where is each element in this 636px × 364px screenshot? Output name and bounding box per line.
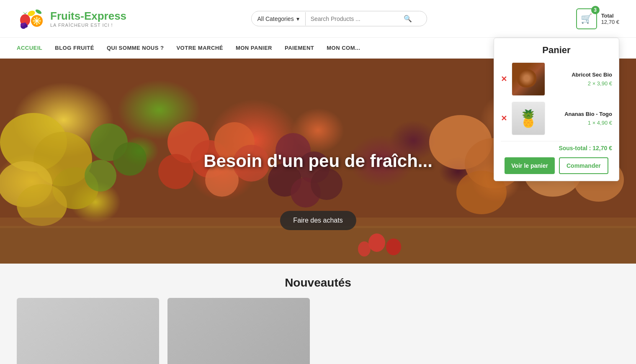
cart-item-2-name: Ananas Bio - Togo (549, 111, 612, 118)
cart-item-1-price: 2 × 3,90 € (549, 80, 612, 87)
commander-button[interactable]: Commander (559, 157, 608, 174)
cart-item-2-price: 1 × 4,90 € (549, 120, 612, 126)
subtotal-label: Sous-total : (559, 145, 591, 151)
subtotal-value: 12,70 € (592, 145, 612, 151)
voir-panier-button[interactable]: Voir le panier (505, 157, 555, 174)
nav-item-paiement[interactable]: PAIEMENT (285, 45, 314, 51)
svg-point-43 (386, 238, 401, 255)
cart-item-1-info: Abricot Sec Bio 2 × 3,90 € (549, 72, 612, 87)
svg-point-24 (158, 154, 193, 189)
hero-button-wrap: Faire des achats (280, 211, 356, 230)
logo-text-group: Fruits-Express LA FRAÎCHEUR EST ICI ! (50, 10, 126, 28)
search-icon: 🔍 (404, 15, 412, 22)
nav-item-blog[interactable]: BLOG FRUITÉ (55, 45, 94, 51)
nouveautes-section: Nouveautés (0, 264, 636, 364)
ananas-image: 🍍 (512, 102, 545, 135)
category-label: All Categories (257, 15, 294, 22)
cart-actions: Voir le panier Commander (501, 157, 612, 174)
chevron-down-icon: ▾ (296, 15, 299, 22)
cart-item-2: ✕ 🍍 Ananas Bio - Togo 1 × 4,90 € (501, 102, 612, 135)
cart-divider (501, 141, 612, 141)
cart-dropdown: Panier ✕ Abricot Sec Bio 2 × 3,90 € ✕ 🍍 … (494, 38, 619, 181)
product-card-2[interactable] (167, 298, 310, 364)
shop-button[interactable]: Faire des achats (280, 211, 356, 230)
brand-name: Fruits-Express (50, 10, 126, 23)
svg-point-32 (311, 168, 342, 200)
search-button[interactable]: 🔍 (398, 11, 418, 26)
nav-item-marche[interactable]: VOTRE MARCHÉ (176, 45, 223, 51)
cart-item-2-image: 🍍 (512, 102, 545, 135)
svg-point-42 (368, 233, 385, 252)
search-area: All Categories ▾ 🔍 (134, 11, 544, 26)
hero-title: Besoin d'un peu de fraîch... (203, 151, 433, 171)
cart-total-label: Total (601, 13, 619, 19)
nav-item-panier[interactable]: MON PANIER (236, 45, 272, 51)
nav-item-accueil[interactable]: ACCUEIL (17, 45, 42, 51)
cart-item-2-info: Ananas Bio - Togo 1 × 4,90 € (549, 111, 612, 126)
cart-dropdown-title: Panier (501, 45, 612, 56)
search-box: All Categories ▾ 🔍 (251, 11, 427, 26)
cart-item-1-image (512, 62, 545, 96)
svg-point-21 (85, 160, 116, 192)
nav-item-qui[interactable]: QUI SOMME NOUS ? (107, 45, 164, 51)
cart-total-group: Total 12,70 € (601, 13, 619, 25)
logo-icon (17, 4, 46, 33)
cart-badge: 3 (591, 6, 600, 14)
cart-icon: 🛒 (581, 13, 592, 24)
svg-point-13 (35, 8, 42, 15)
remove-item-2-button[interactable]: ✕ (501, 114, 507, 123)
logo-area: Fruits-Express LA FRAÎCHEUR EST ICI ! (17, 4, 134, 33)
cart-total-value: 12,70 € (601, 19, 619, 25)
nouveautes-title: Nouveautés (17, 276, 619, 290)
search-input[interactable] (306, 12, 398, 26)
cart-item-1-name: Abricot Sec Bio (549, 72, 612, 79)
svg-point-11 (24, 24, 28, 28)
category-select[interactable]: All Categories ▾ (252, 12, 306, 26)
svg-point-44 (358, 241, 371, 256)
nav-item-compte[interactable]: MON COM... (327, 45, 360, 51)
svg-marker-1 (23, 12, 28, 14)
brand-tagline: LA FRAÎCHEUR EST ICI ! (50, 23, 126, 28)
remove-item-1-button[interactable]: ✕ (501, 74, 507, 84)
cart-subtotal: Sous-total : 12,70 € (501, 145, 612, 151)
cart-icon-wrap[interactable]: 🛒 3 (576, 8, 597, 29)
cart-area: 🛒 3 Total 12,70 € (544, 8, 619, 29)
cart-item: ✕ Abricot Sec Bio 2 × 3,90 € (501, 62, 612, 96)
abricot-image (512, 62, 545, 96)
products-row (17, 298, 619, 364)
product-card-1[interactable] (17, 298, 159, 364)
svg-rect-40 (0, 226, 636, 264)
svg-point-20 (113, 142, 147, 176)
header: Fruits-Express LA FRAÎCHEUR EST ICI ! Al… (0, 0, 636, 38)
